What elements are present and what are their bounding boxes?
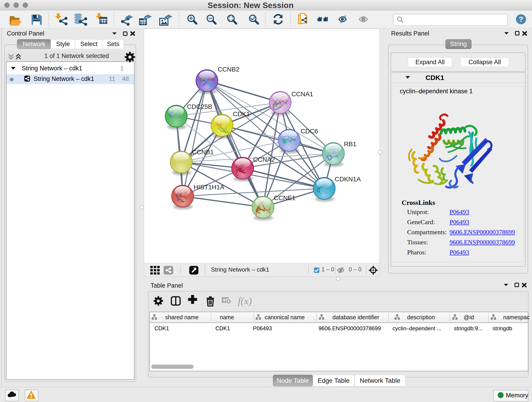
svg-text:HIST1H1A: HIST1H1A	[194, 184, 224, 191]
svg-text:CCNB1: CCNB1	[192, 148, 214, 156]
svg-text:CCNA2: CCNA2	[253, 156, 275, 163]
svg-text:CCNA1: CCNA1	[291, 90, 313, 98]
svg-text:CDC6: CDC6	[301, 128, 318, 135]
svg-text:CCNE1: CCNE1	[274, 194, 296, 201]
svg-text:RB1: RB1	[344, 140, 356, 148]
svg-text:?: ?	[519, 15, 523, 23]
svg-text:CDK1: CDK1	[233, 110, 250, 118]
svg-text:CDC25B: CDC25B	[187, 103, 212, 110]
svg-text:CDKN1A: CDKN1A	[335, 176, 361, 183]
svg-text:CCNB2: CCNB2	[218, 66, 239, 73]
